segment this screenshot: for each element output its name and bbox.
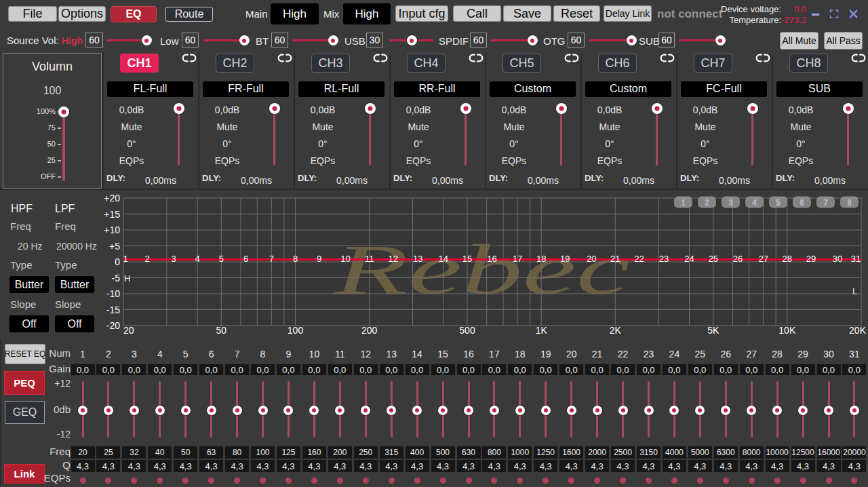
svg-text:8: 8 [847,198,852,208]
svg-text:-20: -20 [106,320,120,331]
svg-text:20K: 20K [849,325,867,336]
svg-text:17: 17 [513,254,522,264]
svg-text:4: 4 [195,254,200,264]
svg-text:1: 1 [123,254,127,264]
svg-text:18: 18 [536,254,546,264]
svg-text:5: 5 [219,254,224,264]
svg-text:20: 20 [123,325,134,336]
svg-text:8: 8 [293,254,298,264]
svg-text:10K: 10K [778,325,796,336]
svg-text:2K: 2K [610,325,622,336]
svg-text:28: 28 [783,254,792,264]
svg-text:16: 16 [487,254,496,264]
svg-text:7: 7 [823,198,828,208]
svg-text:H: H [124,273,130,284]
svg-text:11: 11 [365,254,374,264]
svg-text:9: 9 [317,254,321,264]
svg-text:100: 100 [288,325,304,336]
svg-text:50: 50 [216,325,227,336]
svg-text:15: 15 [462,254,472,264]
svg-text:20: 20 [587,254,596,264]
svg-text:+5: +5 [109,241,120,252]
svg-text:4: 4 [752,198,757,208]
svg-text:10: 10 [340,254,350,264]
svg-text:31: 31 [851,254,861,264]
svg-text:1K: 1K [536,325,548,336]
svg-text:25: 25 [708,254,717,264]
svg-text:-5: -5 [112,273,121,284]
svg-text:0: 0 [115,256,120,267]
svg-text:L: L [852,286,857,296]
svg-text:19: 19 [560,254,570,264]
svg-text:24: 24 [684,254,694,264]
svg-text:30: 30 [833,254,842,264]
svg-text:3: 3 [728,198,733,208]
svg-text:-10: -10 [106,288,120,299]
svg-text:Rebec: Rebec [333,230,630,309]
svg-text:29: 29 [806,254,816,264]
svg-text:+15: +15 [104,209,120,220]
svg-text:27: 27 [758,254,768,264]
svg-text:12: 12 [389,254,398,264]
svg-text:5: 5 [776,198,781,208]
svg-text:6: 6 [243,254,248,264]
svg-text:23: 23 [659,254,669,264]
svg-text:200: 200 [361,325,378,336]
svg-text:500: 500 [459,325,475,336]
svg-text:+10: +10 [104,225,120,235]
svg-text:-15: -15 [106,305,120,315]
svg-text:+20: +20 [104,193,120,203]
svg-text:2: 2 [144,254,149,264]
svg-text:3: 3 [171,254,176,264]
svg-text:22: 22 [634,254,644,264]
svg-text:26: 26 [733,254,743,264]
svg-text:14: 14 [439,254,448,264]
svg-text:6: 6 [800,198,804,208]
svg-text:5K: 5K [707,325,719,336]
svg-text:1: 1 [681,198,686,208]
svg-text:2: 2 [705,198,709,208]
svg-text:7: 7 [269,254,274,264]
svg-text:13: 13 [413,254,422,264]
svg-text:21: 21 [610,254,620,264]
